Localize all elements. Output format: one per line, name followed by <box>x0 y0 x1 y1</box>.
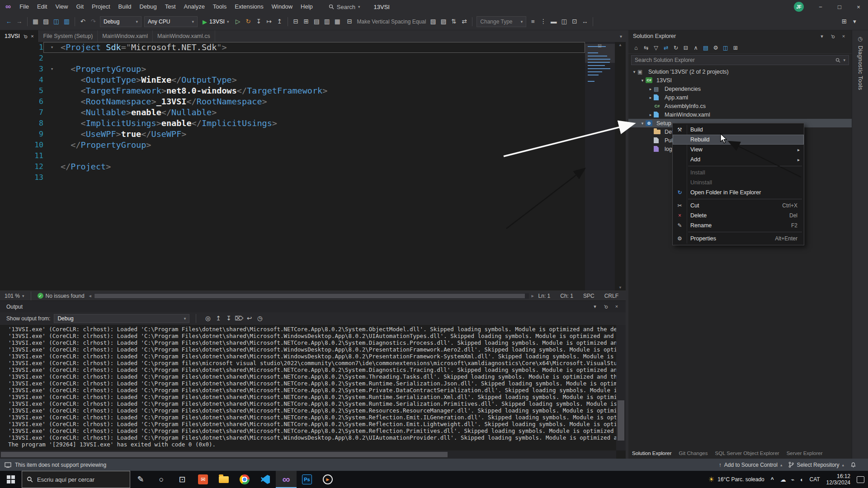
code-text[interactable]: <PropertyGroup> <box>61 64 146 75</box>
add-to-source-control-button[interactable]: ↑ Add to Source Control ▴ <box>719 462 783 468</box>
column-indicator[interactable]: Ch: 1 <box>560 293 573 299</box>
pin-icon[interactable]: ⚲ <box>600 300 612 312</box>
menu-item-help[interactable]: Help <box>297 0 317 14</box>
editor-horizontal-scrollbar[interactable]: ◄ ► <box>88 293 535 299</box>
context-menu-item-rename[interactable]: ✎RenameF2 <box>673 221 804 230</box>
tool-window-tab-git-changes[interactable]: Git Changes <box>675 450 712 456</box>
editor-tab-mainwindow-xaml-cs[interactable]: MainWindow.xaml.cs <box>153 30 215 42</box>
switch-views-icon[interactable]: ⇆ <box>641 42 651 53</box>
close-icon[interactable]: × <box>838 33 849 39</box>
open-file-icon[interactable]: ▧ <box>41 16 51 27</box>
same-width-icon[interactable]: ⇄ <box>459 16 469 27</box>
toggle-word-wrap-icon[interactable]: ↩ <box>244 313 255 324</box>
fold-marker-icon[interactable]: ▾ <box>43 64 61 75</box>
tree-item-mainwindow-xaml[interactable]: ▸MainWindow.xaml <box>628 110 852 119</box>
align-rights-icon[interactable]: ▤ <box>311 16 322 27</box>
maximize-button[interactable]: □ <box>830 0 849 14</box>
select-repository-button[interactable]: Select Repository ▴ <box>788 462 844 468</box>
mail-app-icon[interactable]: ✉ <box>193 471 213 488</box>
line-ending-indicator[interactable]: CRLF <box>604 293 618 299</box>
go-to-next-message-icon[interactable]: ↧ <box>223 313 234 324</box>
new-project-icon[interactable]: ▦ <box>30 16 41 27</box>
align-middles-icon[interactable]: ▦ <box>332 16 343 27</box>
window-position-icon[interactable]: ▾ <box>816 33 827 39</box>
menu-item-edit[interactable]: Edit <box>33 0 51 14</box>
grid-options-icon[interactable]: ◫ <box>559 16 569 27</box>
output-vertical-scrollbar[interactable] <box>616 325 626 450</box>
more-options-icon[interactable]: ⋮ <box>538 16 548 27</box>
menu-item-extensions[interactable]: Extensions <box>231 0 268 14</box>
output-panel-header[interactable]: Output ▾⚲× <box>0 300 626 312</box>
editor-minimap[interactable] <box>585 42 615 291</box>
make-horizontal-spacing-equal-icon[interactable]: ▧ <box>428 16 438 27</box>
output-source-dropdown[interactable]: Debug▾ <box>54 314 189 323</box>
expand-icon[interactable]: ▸ <box>647 87 654 91</box>
show-timestamps-icon[interactable]: ◷ <box>255 313 265 324</box>
start-button[interactable] <box>0 471 22 488</box>
scrollbar-track[interactable] <box>94 293 529 299</box>
start-without-debugging-icon[interactable]: ▷ <box>233 16 243 27</box>
hot-reload-icon[interactable]: ↻ <box>243 16 254 27</box>
go-to-previous-message-icon[interactable]: ↥ <box>213 313 223 324</box>
quick-search[interactable]: Search ▾ <box>329 4 360 10</box>
editor-split-grip-icon[interactable]: ⊟ <box>598 43 602 49</box>
indentation-indicator[interactable]: SPC <box>583 293 594 299</box>
diagnostic-tools-strip[interactable]: ◷ Diagnostic Tools <box>852 30 868 459</box>
chrome-icon[interactable] <box>234 471 255 488</box>
vscode-icon[interactable] <box>255 471 276 488</box>
window-position-icon[interactable]: ▾ <box>590 304 600 310</box>
scrollbar-thumb[interactable] <box>94 294 525 298</box>
context-menu-item-rebuild[interactable]: Rebuild <box>673 135 804 145</box>
code-text[interactable]: <Project Sdk="Microsoft.NET.Sdk"> <box>61 42 227 53</box>
minimize-button[interactable]: − <box>811 0 830 14</box>
collapse-icon[interactable]: ▾ <box>631 70 637 74</box>
scroll-down-icon[interactable]: ▼ <box>615 286 626 290</box>
clear-all-icon[interactable]: ⌦ <box>234 313 244 324</box>
preview-selected-items-icon[interactable]: ◫ <box>721 42 731 53</box>
clock[interactable]: 16:12 12/3/2024 <box>826 473 850 486</box>
context-menu-item-open-folder-in-file-explorer[interactable]: ↻Open Folder in File Explorer <box>673 188 804 197</box>
scroll-left-icon[interactable]: ◄ <box>88 294 92 298</box>
onedrive-icon[interactable]: ☁ <box>780 476 786 483</box>
solution-platform-dropdown[interactable]: Any CPU▾ <box>144 16 198 27</box>
change-type-dropdown[interactable]: Change Type▾ <box>476 16 526 27</box>
editor-tab-mainwindow-xaml[interactable]: MainWindow.xaml <box>98 30 153 42</box>
language-indicator[interactable]: CAT <box>810 476 820 483</box>
refresh-icon[interactable]: ↻ <box>671 42 681 53</box>
menu-item-tools[interactable]: Tools <box>209 0 231 14</box>
action-center-icon[interactable] <box>857 476 864 483</box>
edit-text-icon[interactable]: ≡ <box>528 16 538 27</box>
new-folder-icon[interactable]: ⊞ <box>731 42 741 53</box>
code-text[interactable]: <RootNamespace>_13VSI</RootNamespace> <box>61 96 267 107</box>
code-text[interactable]: <Nullable>enable</Nullable> <box>61 107 217 118</box>
weather-widget[interactable]: ☀ 16°C Parc. soleado <box>708 475 764 483</box>
fit-selection-icon[interactable]: ↔ <box>580 16 590 27</box>
volume-icon[interactable]: ◖ <box>800 476 803 483</box>
code-text[interactable]: <UseWPF>true</UseWPF> <box>61 129 186 140</box>
zoom-options-icon[interactable]: ⊡ <box>569 16 580 27</box>
context-menu-item-view[interactable]: View▸ <box>673 145 804 155</box>
redo-icon[interactable]: ↷ <box>88 16 99 27</box>
output-horizontal-scrollbar[interactable] <box>0 450 616 459</box>
find-message-icon[interactable]: ◎ <box>203 313 213 324</box>
size-to-content-icon[interactable]: ▨ <box>438 16 448 27</box>
align-centers-icon[interactable]: ⊞ <box>301 16 311 27</box>
menu-item-view[interactable]: View <box>51 0 72 14</box>
file-explorer-icon[interactable] <box>213 471 234 488</box>
tool-window-tab-solution-explorer[interactable]: Solution Explorer <box>628 450 675 456</box>
close-button[interactable]: × <box>849 0 868 14</box>
nest-files-icon[interactable]: ⊟ <box>681 42 691 53</box>
photoshop-icon[interactable]: Ps <box>297 471 317 488</box>
home-icon[interactable]: ⌂ <box>631 42 641 53</box>
align-lefts-icon[interactable]: ⊟ <box>291 16 301 27</box>
scrollbar-thumb[interactable] <box>618 400 624 441</box>
context-menu-item-cut[interactable]: ✂CutCtrl+X <box>673 201 804 211</box>
tree-item-solution-13vsi-2-of-2-projects[interactable]: ▾▣Solution '13VSI' (2 of 2 projects) <box>628 67 852 76</box>
start-debugging-button[interactable]: ▶ 13VSI ▾ <box>203 19 229 25</box>
solution-explorer-header[interactable]: Solution Explorer ▾⚲× <box>628 30 852 42</box>
scroll-up-icon[interactable]: ▲ <box>615 43 626 47</box>
tree-item-assemblyinfo-cs[interactable]: C#AssemblyInfo.cs <box>628 102 852 110</box>
diagnostic-tools-tab[interactable]: Diagnostic Tools <box>857 46 863 90</box>
menu-item-analyze[interactable]: Analyze <box>180 0 209 14</box>
show-all-files-icon[interactable]: ▤ <box>701 42 711 53</box>
